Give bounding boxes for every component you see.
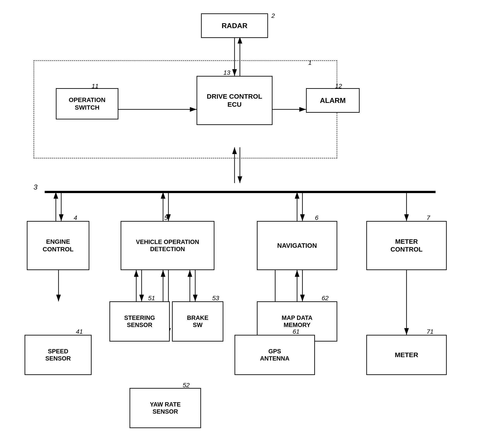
ref-61: 61: [293, 328, 300, 335]
radar-box: RADAR: [201, 14, 268, 38]
ref-5: 5: [164, 214, 168, 221]
ref-7: 7: [427, 214, 430, 221]
ref-51: 51: [148, 295, 155, 302]
operation-switch-box: OPERATION SWITCH: [56, 88, 118, 119]
engine-control-box: ENGINE CONTROL: [27, 221, 89, 270]
ref-52: 52: [183, 382, 190, 389]
vehicle-operation-detection-box: VEHICLE OPERATION DETECTION: [121, 221, 214, 270]
brake-sw-box: BRAKE SW: [172, 301, 223, 342]
ref-6: 6: [315, 214, 318, 221]
gps-antenna-box: GPS ANTENNA: [234, 335, 315, 375]
ref-41: 41: [76, 328, 83, 335]
drive-control-ecu-box: DRIVE CONTROL ECU: [197, 76, 273, 125]
ref-4: 4: [74, 214, 77, 221]
speed-sensor-box: SPEED SENSOR: [25, 335, 92, 375]
ref-2: 2: [271, 12, 275, 19]
ref-12: 12: [335, 83, 342, 90]
ref-62: 62: [322, 295, 329, 302]
ref-1: 1: [308, 59, 312, 66]
ref-3: 3: [34, 183, 37, 191]
ref-53: 53: [212, 295, 219, 302]
ref-13: 13: [223, 69, 230, 76]
steering-sensor-box: STEERING SENSOR: [109, 301, 170, 342]
ref-11: 11: [92, 83, 99, 90]
meter-box: METER: [366, 335, 447, 375]
navigation-box: NAVIGATION: [257, 221, 337, 270]
meter-control-box: METER CONTROL: [366, 221, 447, 270]
alarm-box: ALARM: [306, 88, 360, 113]
yaw-rate-sensor-box: YAW RATE SENSOR: [130, 388, 201, 428]
diagram: RADAR 2 1 DRIVE CONTROL ECU 13 ALARM 12 …: [0, 0, 480, 448]
ref-71: 71: [427, 328, 434, 335]
